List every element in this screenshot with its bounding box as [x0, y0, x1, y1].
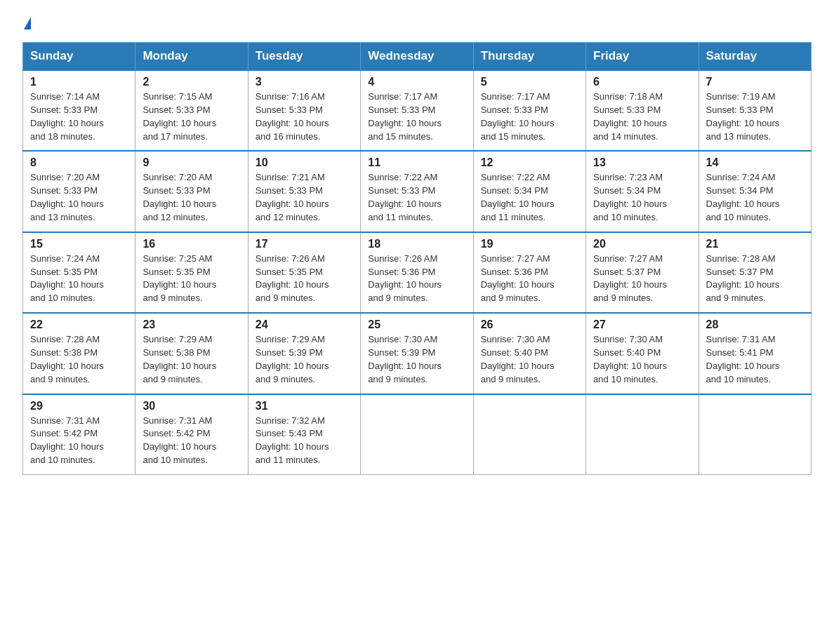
- calendar-week-row: 1 Sunrise: 7:14 AMSunset: 5:33 PMDayligh…: [23, 70, 812, 151]
- calendar-day-cell: 8 Sunrise: 7:20 AMSunset: 5:33 PMDayligh…: [23, 151, 135, 232]
- day-info: Sunrise: 7:14 AMSunset: 5:33 PMDaylight:…: [30, 91, 104, 142]
- day-info: Sunrise: 7:27 AMSunset: 5:37 PMDaylight:…: [593, 253, 667, 304]
- calendar-table: SundayMondayTuesdayWednesdayThursdayFrid…: [22, 42, 812, 475]
- logo-text: [22, 17, 31, 31]
- calendar-day-cell: [473, 394, 585, 475]
- day-number: 9: [143, 156, 240, 169]
- day-info: Sunrise: 7:32 AMSunset: 5:43 PMDaylight:…: [256, 415, 329, 466]
- day-number: 27: [593, 318, 691, 331]
- calendar-week-row: 8 Sunrise: 7:20 AMSunset: 5:33 PMDayligh…: [23, 151, 812, 232]
- calendar-day-cell: [699, 394, 811, 475]
- day-info: Sunrise: 7:29 AMSunset: 5:39 PMDaylight:…: [256, 334, 329, 384]
- day-info: Sunrise: 7:17 AMSunset: 5:33 PMDaylight:…: [368, 91, 442, 142]
- calendar-day-cell: 25 Sunrise: 7:30 AMSunset: 5:39 PMDaylig…: [361, 313, 473, 394]
- day-info: Sunrise: 7:24 AMSunset: 5:35 PMDaylight:…: [30, 253, 104, 304]
- calendar-day-cell: 1 Sunrise: 7:14 AMSunset: 5:33 PMDayligh…: [23, 70, 135, 151]
- day-number: 1: [30, 76, 128, 88]
- calendar-day-cell: 5 Sunrise: 7:17 AMSunset: 5:33 PMDayligh…: [473, 70, 585, 151]
- day-info: Sunrise: 7:28 AMSunset: 5:37 PMDaylight:…: [706, 253, 780, 304]
- day-number: 7: [706, 76, 804, 88]
- calendar-day-cell: 27 Sunrise: 7:30 AMSunset: 5:40 PMDaylig…: [586, 313, 699, 394]
- day-number: 30: [143, 400, 240, 412]
- day-info: Sunrise: 7:30 AMSunset: 5:40 PMDaylight:…: [593, 334, 667, 384]
- day-number: 5: [481, 76, 578, 88]
- day-info: Sunrise: 7:22 AMSunset: 5:34 PMDaylight:…: [481, 172, 555, 222]
- calendar-day-cell: 15 Sunrise: 7:24 AMSunset: 5:35 PMDaylig…: [23, 232, 135, 313]
- calendar-day-cell: 2 Sunrise: 7:15 AMSunset: 5:33 PMDayligh…: [135, 70, 248, 151]
- day-number: 10: [256, 156, 353, 169]
- day-number: 21: [706, 238, 804, 250]
- calendar-day-cell: [361, 394, 473, 475]
- calendar-week-row: 29 Sunrise: 7:31 AMSunset: 5:42 PMDaylig…: [23, 394, 812, 475]
- calendar-day-cell: 11 Sunrise: 7:22 AMSunset: 5:33 PMDaylig…: [361, 151, 473, 232]
- day-of-week-header: Thursday: [473, 43, 585, 71]
- day-of-week-header: Sunday: [23, 43, 135, 71]
- day-info: Sunrise: 7:31 AMSunset: 5:42 PMDaylight:…: [30, 415, 104, 466]
- day-number: 12: [481, 156, 578, 169]
- day-number: 22: [30, 318, 128, 331]
- day-info: Sunrise: 7:28 AMSunset: 5:38 PMDaylight:…: [30, 334, 104, 384]
- calendar-week-row: 22 Sunrise: 7:28 AMSunset: 5:38 PMDaylig…: [23, 313, 812, 394]
- day-info: Sunrise: 7:20 AMSunset: 5:33 PMDaylight:…: [30, 172, 104, 222]
- day-info: Sunrise: 7:20 AMSunset: 5:33 PMDaylight:…: [143, 172, 216, 222]
- calendar-day-cell: 17 Sunrise: 7:26 AMSunset: 5:35 PMDaylig…: [248, 232, 360, 313]
- day-info: Sunrise: 7:31 AMSunset: 5:42 PMDaylight:…: [143, 415, 216, 466]
- calendar-day-cell: 30 Sunrise: 7:31 AMSunset: 5:42 PMDaylig…: [135, 394, 248, 475]
- calendar-day-cell: 31 Sunrise: 7:32 AMSunset: 5:43 PMDaylig…: [248, 394, 360, 475]
- day-info: Sunrise: 7:25 AMSunset: 5:35 PMDaylight:…: [143, 253, 216, 304]
- day-number: 4: [368, 76, 465, 88]
- day-info: Sunrise: 7:27 AMSunset: 5:36 PMDaylight:…: [481, 253, 555, 304]
- calendar-day-cell: 4 Sunrise: 7:17 AMSunset: 5:33 PMDayligh…: [361, 70, 473, 151]
- day-of-week-header: Friday: [586, 43, 699, 71]
- calendar-day-cell: 20 Sunrise: 7:27 AMSunset: 5:37 PMDaylig…: [586, 232, 699, 313]
- day-info: Sunrise: 7:29 AMSunset: 5:38 PMDaylight:…: [143, 334, 216, 384]
- calendar-day-cell: 21 Sunrise: 7:28 AMSunset: 5:37 PMDaylig…: [699, 232, 811, 313]
- calendar-day-cell: 12 Sunrise: 7:22 AMSunset: 5:34 PMDaylig…: [473, 151, 585, 232]
- day-number: 15: [30, 238, 128, 250]
- day-number: 17: [256, 238, 353, 250]
- calendar-day-cell: 7 Sunrise: 7:19 AMSunset: 5:33 PMDayligh…: [699, 70, 811, 151]
- day-info: Sunrise: 7:24 AMSunset: 5:34 PMDaylight:…: [706, 172, 780, 222]
- calendar-week-row: 15 Sunrise: 7:24 AMSunset: 5:35 PMDaylig…: [23, 232, 812, 313]
- day-info: Sunrise: 7:22 AMSunset: 5:33 PMDaylight:…: [368, 172, 442, 222]
- calendar-day-cell: 16 Sunrise: 7:25 AMSunset: 5:35 PMDaylig…: [135, 232, 248, 313]
- day-number: 11: [368, 156, 465, 169]
- calendar-day-cell: 18 Sunrise: 7:26 AMSunset: 5:36 PMDaylig…: [361, 232, 473, 313]
- day-number: 24: [256, 318, 353, 331]
- day-number: 31: [256, 400, 353, 412]
- day-info: Sunrise: 7:17 AMSunset: 5:33 PMDaylight:…: [481, 91, 555, 142]
- day-info: Sunrise: 7:15 AMSunset: 5:33 PMDaylight:…: [143, 91, 216, 142]
- logo-triangle-icon: [24, 17, 31, 29]
- calendar-day-cell: 3 Sunrise: 7:16 AMSunset: 5:33 PMDayligh…: [248, 70, 360, 151]
- day-info: Sunrise: 7:26 AMSunset: 5:36 PMDaylight:…: [368, 253, 442, 304]
- calendar-day-cell: 6 Sunrise: 7:18 AMSunset: 5:33 PMDayligh…: [586, 70, 699, 151]
- calendar-day-cell: 29 Sunrise: 7:31 AMSunset: 5:42 PMDaylig…: [23, 394, 135, 475]
- day-number: 8: [30, 156, 128, 169]
- day-of-week-header: Wednesday: [361, 43, 473, 71]
- day-of-week-header: Saturday: [699, 43, 811, 71]
- day-number: 26: [481, 318, 578, 331]
- day-number: 19: [481, 238, 578, 250]
- day-info: Sunrise: 7:18 AMSunset: 5:33 PMDaylight:…: [593, 91, 667, 142]
- day-number: 2: [143, 76, 240, 88]
- calendar-day-cell: 14 Sunrise: 7:24 AMSunset: 5:34 PMDaylig…: [699, 151, 811, 232]
- calendar-day-cell: 26 Sunrise: 7:30 AMSunset: 5:40 PMDaylig…: [473, 313, 585, 394]
- day-number: 18: [368, 238, 465, 250]
- calendar-day-cell: 22 Sunrise: 7:28 AMSunset: 5:38 PMDaylig…: [23, 313, 135, 394]
- day-number: 20: [593, 238, 691, 250]
- day-of-week-header: Monday: [135, 43, 248, 71]
- page-header: [22, 17, 812, 29]
- calendar-day-cell: 13 Sunrise: 7:23 AMSunset: 5:34 PMDaylig…: [586, 151, 699, 232]
- day-info: Sunrise: 7:23 AMSunset: 5:34 PMDaylight:…: [593, 172, 667, 222]
- day-of-week-header: Tuesday: [248, 43, 360, 71]
- calendar-day-cell: 24 Sunrise: 7:29 AMSunset: 5:39 PMDaylig…: [248, 313, 360, 394]
- logo: [22, 17, 31, 29]
- day-number: 13: [593, 156, 691, 169]
- calendar-day-cell: 19 Sunrise: 7:27 AMSunset: 5:36 PMDaylig…: [473, 232, 585, 313]
- day-info: Sunrise: 7:16 AMSunset: 5:33 PMDaylight:…: [256, 91, 329, 142]
- day-number: 28: [706, 318, 804, 331]
- day-number: 3: [256, 76, 353, 88]
- day-info: Sunrise: 7:19 AMSunset: 5:33 PMDaylight:…: [706, 91, 780, 142]
- calendar-day-cell: 9 Sunrise: 7:20 AMSunset: 5:33 PMDayligh…: [135, 151, 248, 232]
- calendar-day-cell: 23 Sunrise: 7:29 AMSunset: 5:38 PMDaylig…: [135, 313, 248, 394]
